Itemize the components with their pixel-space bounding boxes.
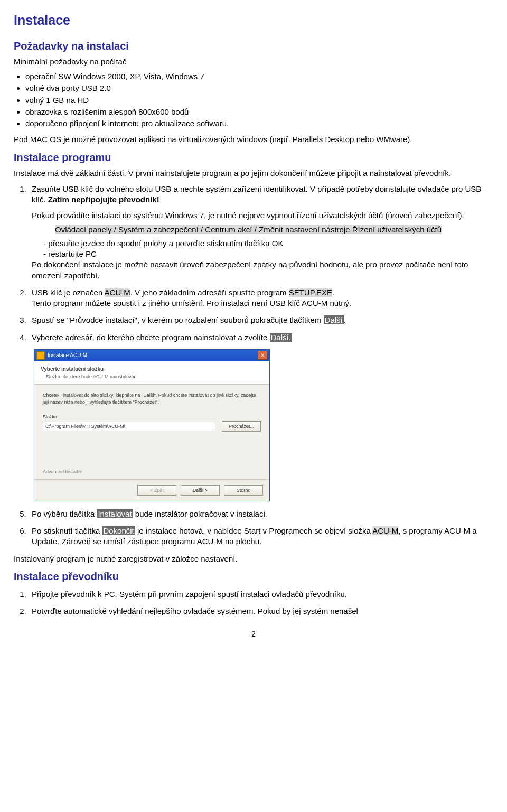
text: USB klíč je označen: [32, 288, 105, 297]
btn-label: Další: [324, 315, 344, 324]
text: .: [344, 315, 346, 324]
installer-banner-sub: Složka, do které bude ACU-M nainstalován…: [46, 374, 263, 380]
path-highlight: Ovládací panely / Systém a zabezpečení /…: [55, 225, 442, 234]
prevodnik-steps: Připojte převodník k PC. Systém při prvn…: [25, 589, 493, 617]
installer-app-icon: [36, 351, 45, 360]
folder-label: Složka: [43, 414, 261, 420]
heading-prevodnik: Instalace převodníku: [14, 570, 493, 584]
installer-button-row: < Zpět Další > Storno: [34, 479, 269, 501]
text: , je nutné nejprve vypnout řízení uživat…: [204, 211, 464, 220]
step-3: Spustí se "Průvodce instalací", v kterém…: [29, 315, 493, 325]
prev-step-2: Potvrďte automatické vyhledání nejlepšíh…: [29, 606, 493, 617]
installer-body: Chcete-li instalovat do této složky, kle…: [34, 385, 269, 479]
req-item: volné dva porty USB 2.0: [25, 83, 493, 94]
btn-label: Další.: [270, 333, 292, 342]
cancel-button[interactable]: Storno: [224, 485, 263, 496]
text: Vyberete adresář, do kterého chcete prog…: [32, 333, 270, 342]
req-item: obrazovka s rozlišením alespoň 800x600 b…: [25, 107, 493, 117]
text: Windows 7: [165, 211, 204, 220]
register-note: Instalovaný program je nutné zaregistrov…: [14, 554, 493, 564]
step1-dash1: - přesuňte jezdec do spodní polohy a pot…: [43, 238, 493, 249]
step1-win7-note: Pokud provádíte instalaci do systému Win…: [32, 210, 493, 221]
text: bude instalátor pokračovat v instalaci.: [133, 509, 267, 518]
next-button[interactable]: Další >: [181, 485, 220, 496]
installer-title: Instalace ACU-M: [48, 352, 87, 359]
install-steps-cont: Po výběru tlačítka Instalovat bude insta…: [25, 509, 493, 547]
folder-input[interactable]: C:\Program Files\MH Systém\ACU-M\: [43, 422, 215, 431]
req-item: doporučeno připojení k internetu pro akt…: [25, 118, 493, 129]
text: .: [332, 288, 334, 297]
req-item: operační SW Windows 2000, XP, Vista, Win…: [25, 71, 493, 82]
installer-instructions: Chcete-li instalovat do této složky, kle…: [43, 392, 261, 405]
req-item: volný 1 GB na HD: [25, 95, 493, 106]
step1-path: Ovládací panely / Systém a zabezpečení /…: [55, 225, 493, 235]
req-list: operační SW Windows 2000, XP, Vista, Win…: [25, 71, 493, 129]
text: Spustí se "Průvodce instalací", v kterém…: [32, 315, 324, 324]
text: Po stisknutí tlačítka: [32, 526, 102, 535]
installer-titlebar: Instalace ACU-M ✕: [34, 350, 269, 361]
step-4: Vyberete adresář, do kterého chcete prog…: [29, 332, 493, 343]
back-button[interactable]: < Zpět: [137, 485, 176, 496]
step-2: USB klíč je označen ACU-M. V jeho základ…: [29, 287, 493, 309]
browse-button[interactable]: Procházet...: [222, 421, 261, 432]
installer-screenshot: Instalace ACU-M ✕ Vyberte instalační slo…: [34, 349, 493, 501]
text: je instalace hotová, v nabídce Start v P…: [135, 526, 372, 535]
installer-window: Instalace ACU-M ✕ Vyberte instalační slo…: [34, 349, 270, 501]
step1-bold: Zatím nepřipojujte převodník!: [48, 195, 159, 204]
text: Po výběru tlačítka: [32, 509, 97, 518]
req-intro: Minimální požadavky na počítač: [14, 57, 493, 67]
advanced-installer-label: Advanced Installer: [43, 469, 261, 475]
installer-banner-title: Vyberte instalační složku: [41, 366, 263, 373]
hl: ACU-M: [105, 288, 130, 297]
heading-instalace-programu: Instalace programu: [14, 151, 493, 165]
text: Pokud provádíte instalaci do systému: [32, 211, 165, 220]
step2-line2: Tento program můžete spustit i z jiného …: [32, 298, 351, 307]
prev-step-1: Připojte převodník k PC. Systém při prvn…: [29, 589, 493, 600]
step1-after: Po dokončení instalace je možné nastavit…: [32, 259, 493, 281]
step-5: Po výběru tlačítka Instalovat bude insta…: [29, 509, 493, 519]
hl: SETUP.EXE: [289, 288, 332, 297]
heading-pozadavky: Požadavky na instalaci: [14, 39, 493, 53]
step-6: Po stisknutí tlačítka Dokončit je instal…: [29, 526, 493, 547]
installer-banner: Vyberte instalační složku Složka, do kte…: [34, 361, 269, 385]
prog-intro: Instalace má dvě základní části. V první…: [14, 168, 493, 179]
btn-label: Instalovat: [97, 509, 133, 518]
close-icon[interactable]: ✕: [258, 351, 267, 360]
hl: ACU-M: [372, 526, 398, 535]
step-1: Zasuňte USB klíč do volného slotu USB a …: [29, 184, 493, 281]
install-steps: Zasuňte USB klíč do volného slotu USB a …: [25, 184, 493, 343]
step1-dash2: - restartujte PC: [43, 249, 493, 259]
heading-instalace: Instalace: [14, 12, 493, 30]
page-number: 2: [14, 629, 493, 639]
req-para: Pod MAC OS je možné provozovat aplikaci …: [14, 134, 493, 145]
btn-label: Dokončit: [102, 526, 135, 535]
text: . V jeho základním adresáři spusťte prog…: [130, 288, 289, 297]
